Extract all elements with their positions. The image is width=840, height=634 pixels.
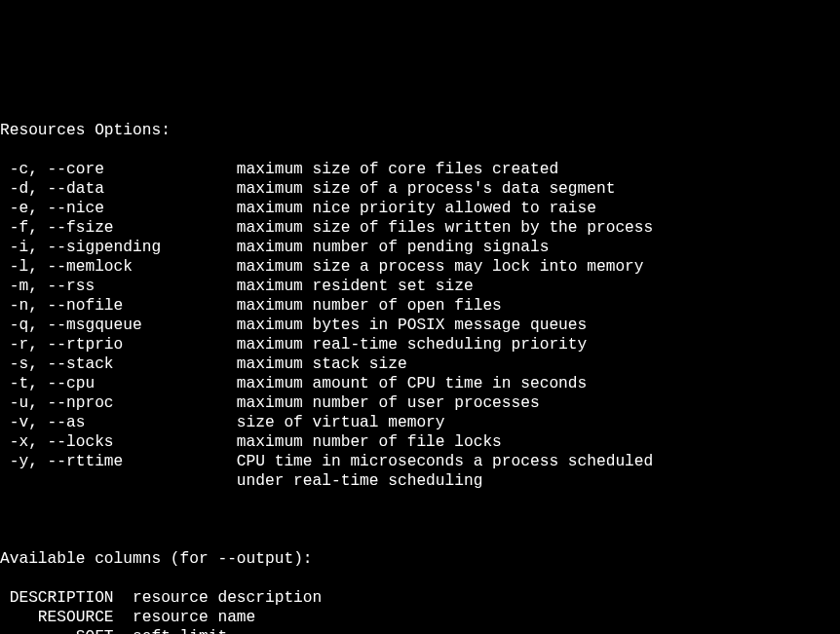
terminal-output[interactable]: Resources Options: -c, --core maximum si…: [0, 97, 840, 634]
option-desc: maximum size of files written by the pro…: [237, 219, 653, 237]
column-row: DESCRIPTION resource description: [0, 588, 840, 608]
section-heading-resources: Resources Options:: [0, 121, 840, 140]
option-row: -c, --core maximum size of core files cr…: [0, 160, 840, 179]
option-row: -f, --fsize maximum size of files writte…: [0, 218, 840, 238]
option-desc: maximum stack size: [237, 355, 407, 373]
option-desc: maximum number of open files: [237, 297, 502, 315]
option-desc: maximum number of file locks: [237, 433, 502, 451]
option-row: -n, --nofile maximum number of open file…: [0, 296, 840, 316]
option-flag: -l, --memlock: [0, 257, 227, 277]
option-flag: -r, --rtprio: [0, 335, 227, 354]
option-flag: -v, --as: [0, 413, 227, 432]
column-name: RESOURCE: [0, 608, 114, 627]
option-row: -r, --rtprio maximum real-time schedulin…: [0, 335, 840, 354]
option-row: -d, --data maximum size of a process's d…: [0, 179, 840, 199]
option-flag: -s, --stack: [0, 354, 227, 374]
column-desc: resource name: [133, 609, 255, 626]
option-flag: -f, --fsize: [0, 218, 227, 238]
option-row: -q, --msgqueue maximum bytes in POSIX me…: [0, 316, 840, 335]
option-row: -i, --sigpending maximum number of pendi…: [0, 238, 840, 257]
option-flag: -y, --rttime: [0, 452, 227, 471]
option-flag: -d, --data: [0, 179, 227, 199]
option-desc: size of virtual memory: [237, 414, 445, 431]
option-desc: CPU time in microseconds a process sched…: [237, 453, 653, 470]
column-desc: soft limit: [133, 628, 227, 634]
column-name: SOFT: [0, 627, 114, 634]
option-desc: maximum number of pending signals: [237, 239, 550, 256]
column-row: SOFT soft limit: [0, 627, 840, 634]
option-flag: -q, --msgqueue: [0, 316, 227, 335]
column-row: RESOURCE resource name: [0, 608, 840, 627]
option-flag: -c, --core: [0, 160, 227, 179]
option-flag: -e, --nice: [0, 199, 227, 218]
column-desc: resource description: [133, 589, 322, 607]
option-row: -l, --memlock maximum size a process may…: [0, 257, 840, 277]
column-name: DESCRIPTION: [0, 588, 114, 608]
option-row: -x, --locks maximum number of file locks: [0, 432, 840, 452]
option-flag: -i, --sigpending: [0, 238, 227, 257]
option-flag: -t, --cpu: [0, 374, 227, 393]
option-row: -v, --as size of virtual memory: [0, 413, 840, 432]
option-desc: maximum bytes in POSIX message queues: [237, 317, 587, 334]
option-desc-cont: under real-time scheduling: [0, 471, 840, 491]
option-row: -y, --rttime CPU time in microseconds a …: [0, 452, 840, 471]
option-desc: under real-time scheduling: [237, 472, 483, 490]
option-flag: -u, --nproc: [0, 393, 227, 413]
option-desc: maximum amount of CPU time in seconds: [237, 375, 587, 392]
option-desc: maximum nice priority allowed to raise: [237, 200, 596, 217]
option-flag: -m, --rss: [0, 277, 227, 296]
option-row: -u, --nproc maximum number of user proce…: [0, 393, 840, 413]
option-desc: maximum size of core files created: [237, 161, 558, 178]
option-flag: -x, --locks: [0, 432, 227, 452]
option-desc: maximum size a process may lock into mem…: [237, 258, 644, 276]
option-desc: maximum resident set size: [237, 278, 474, 295]
blank-line: [0, 510, 840, 530]
option-desc: maximum number of user processes: [237, 394, 540, 412]
option-desc: maximum real-time scheduling priority: [237, 336, 587, 354]
option-row: -t, --cpu maximum amount of CPU time in …: [0, 374, 840, 393]
section-heading-columns: Available columns (for --output):: [0, 549, 840, 569]
option-row: -e, --nice maximum nice priority allowed…: [0, 199, 840, 218]
option-row: -m, --rss maximum resident set size: [0, 277, 840, 296]
option-flag: -n, --nofile: [0, 296, 227, 316]
option-desc: maximum size of a process's data segment: [237, 180, 616, 198]
option-row: -s, --stack maximum stack size: [0, 354, 840, 374]
